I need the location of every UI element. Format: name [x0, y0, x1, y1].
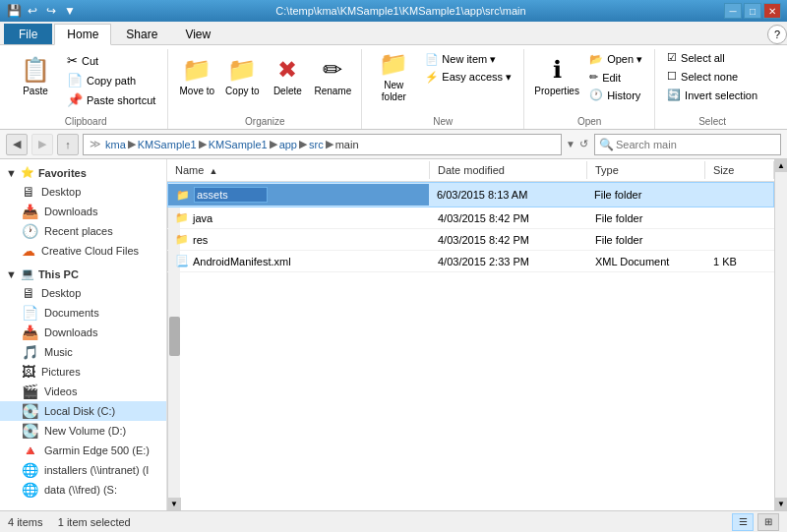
recent-icon: 🕐: [22, 223, 38, 239]
rename-label: Rename: [314, 86, 351, 97]
breadcrumb-dropdown-icon[interactable]: ▼: [566, 139, 575, 149]
music-icon: 🎵: [22, 344, 38, 360]
sidebar-item-desktop-pc[interactable]: 🖥 Desktop: [0, 283, 166, 303]
file-cell-assets-name[interactable]: 📁: [168, 184, 429, 206]
breadcrumb-kmsample1a[interactable]: KMSample1: [138, 139, 197, 150]
select-all-button[interactable]: ☑ Select all: [663, 49, 761, 66]
open-small-actions: 📂 Open ▾ ✏ Edit 🕐 History: [585, 49, 646, 103]
file-cell-java-size: [705, 208, 774, 227]
tab-home[interactable]: Home: [54, 24, 111, 45]
search-box[interactable]: 🔍: [594, 134, 781, 155]
copy-path-button[interactable]: 📄 Copy path: [63, 71, 159, 89]
col-date-label: Date modified: [438, 164, 505, 176]
rename-button[interactable]: ✏ Rename: [312, 49, 353, 104]
new-item-button[interactable]: 📄 New item ▾: [421, 51, 515, 68]
breadcrumb-src[interactable]: src: [309, 139, 324, 150]
details-view-button[interactable]: ☰: [732, 513, 754, 531]
col-header-date[interactable]: Date modified: [430, 161, 587, 179]
col-header-name[interactable]: Name ▲: [167, 161, 430, 179]
file-cell-assets-type: File folder: [586, 184, 704, 206]
file-cell-res-size: [705, 230, 774, 249]
breadcrumb[interactable]: ≫ kma ▶ KMSample1 ▶ KMSample1 ▶ app ▶ sr…: [83, 134, 562, 155]
data-icon: 🌐: [22, 482, 38, 498]
maximize-button[interactable]: □: [744, 3, 761, 19]
sidebar-item-creative-cloud[interactable]: ☁ Creative Cloud Files: [0, 241, 166, 261]
copy-to-button[interactable]: 📁 Copy to: [221, 49, 263, 104]
easy-access-button[interactable]: ⚡ Easy access ▾: [421, 69, 515, 86]
select-content: ☑ Select all ☐ Select none 🔄 Invert sele…: [663, 49, 761, 114]
open-label: Open: [532, 114, 646, 129]
undo-icon[interactable]: ↩: [25, 3, 40, 19]
select-none-button[interactable]: ☐ Select none: [663, 68, 761, 85]
dropdown-icon[interactable]: ▼: [62, 3, 78, 19]
paste-shortcut-button[interactable]: 📌 Paste shortcut: [63, 90, 159, 109]
move-to-label: Move to: [180, 86, 215, 97]
move-to-button[interactable]: 📁 Move to: [176, 49, 217, 104]
sidebar-item-installers[interactable]: 🌐 installers (\\intranet) (I: [0, 460, 166, 480]
file-content-area: Name ▲ Date modified Type Size: [167, 159, 787, 510]
col-header-size[interactable]: Size: [705, 161, 774, 179]
tab-view[interactable]: View: [172, 24, 223, 44]
new-content: 📁 New folder 📄 New item ▾ ⚡ Easy access …: [370, 49, 515, 114]
file-cell-xml-name[interactable]: 📃 AndroidManifest.xml: [167, 252, 430, 270]
save-icon[interactable]: 💾: [6, 3, 22, 19]
thispc-chevron-icon: ▼: [6, 268, 17, 280]
file-scroll-up[interactable]: ▲: [775, 159, 788, 172]
breadcrumb-kmsample1b[interactable]: KMSample1: [209, 139, 268, 150]
sidebar-favorites-header[interactable]: ▼ ⭐ Favorites: [0, 163, 166, 182]
minimize-button[interactable]: ─: [724, 3, 742, 19]
search-input[interactable]: [616, 139, 776, 150]
history-button[interactable]: 🕐 History: [585, 87, 646, 103]
col-header-type[interactable]: Type: [587, 161, 705, 179]
file-cell-res-name[interactable]: 📁 res: [167, 230, 430, 249]
sidebar-item-documents[interactable]: 📄 Documents: [0, 303, 166, 323]
sidebar-item-downloads-pc[interactable]: 📥 Downloads: [0, 323, 166, 342]
sidebar-item-garmin[interactable]: 🔺 Garmin Edge 500 (E:): [0, 441, 166, 460]
downloads-icon: 📥: [22, 204, 38, 219]
delete-button[interactable]: ✖ Delete: [267, 49, 308, 104]
invert-selection-button[interactable]: 🔄 Invert selection: [663, 87, 761, 103]
open-button[interactable]: 📂 Open ▾: [585, 51, 646, 68]
file-row-java[interactable]: 📁 java 4/03/2015 8:42 PM File folder: [167, 207, 774, 229]
sidebar-item-data[interactable]: 🌐 data (\\fred) (S:: [0, 480, 166, 500]
file-row-res[interactable]: 📁 res 4/03/2015 8:42 PM File folder: [167, 229, 774, 251]
sidebar-item-recent[interactable]: 🕐 Recent places: [0, 221, 166, 241]
sidebar-item-local-disk[interactable]: 💽 Local Disk (C:): [0, 401, 166, 421]
sidebar-thispc-header[interactable]: ▼ 💻 This PC: [0, 265, 166, 283]
file-row-androidmanifest[interactable]: 📃 AndroidManifest.xml 4/03/2015 2:33 PM …: [167, 251, 774, 272]
close-button[interactable]: ✕: [763, 3, 781, 19]
favorites-chevron-icon: ▼: [6, 167, 17, 179]
redo-icon[interactable]: ↪: [43, 3, 59, 19]
sidebar-item-videos[interactable]: 🎬 Videos: [0, 382, 166, 401]
file-row-assets[interactable]: 📁 6/03/2015 8:13 AM File folder: [167, 182, 774, 207]
organize-content: 📁 Move to 📁 Copy to ✖ Delete ✏ Rename: [176, 49, 353, 114]
paste-button[interactable]: 📋 Paste: [12, 49, 59, 104]
large-icons-view-button[interactable]: ⊞: [757, 513, 779, 531]
sidebar-item-pictures[interactable]: 🖼 Pictures: [0, 362, 166, 382]
file-cell-java-name[interactable]: 📁 java: [167, 208, 430, 227]
sidebar-item-new-volume[interactable]: 💽 New Volume (D:): [0, 421, 166, 441]
edit-button[interactable]: ✏ Edit: [585, 69, 646, 86]
refresh-icon[interactable]: ↺: [579, 138, 588, 150]
new-item-icon: 📄: [425, 53, 439, 66]
tab-share[interactable]: Share: [113, 24, 170, 44]
cut-button[interactable]: ✂ Cut: [63, 51, 159, 70]
forward-button[interactable]: ▶: [31, 134, 53, 155]
back-button[interactable]: ◀: [6, 134, 28, 155]
move-to-icon: 📁: [182, 56, 212, 84]
tab-file[interactable]: File: [4, 24, 52, 44]
file-list-wrapper: Name ▲ Date modified Type Size: [167, 159, 787, 510]
sidebar-item-downloads-fav[interactable]: 📥 Downloads: [0, 202, 166, 221]
help-button[interactable]: ?: [767, 25, 787, 44]
breadcrumb-kma[interactable]: kma: [105, 139, 126, 150]
sidebar-item-music[interactable]: 🎵 Music: [0, 342, 166, 362]
file-scroll-down[interactable]: ▼: [775, 498, 788, 510]
breadcrumb-app[interactable]: app: [279, 139, 297, 150]
file-list-scrollbar[interactable]: ▲ ▼: [774, 159, 787, 510]
properties-button[interactable]: ℹ Properties: [532, 49, 581, 104]
filename-edit-input[interactable]: [194, 187, 268, 203]
sidebar-item-desktop-fav[interactable]: 🖥 Desktop: [0, 182, 166, 202]
new-folder-button[interactable]: 📁 New folder: [370, 49, 417, 104]
new-item-label: New item ▾: [442, 53, 496, 66]
up-button[interactable]: ↑: [57, 134, 79, 155]
